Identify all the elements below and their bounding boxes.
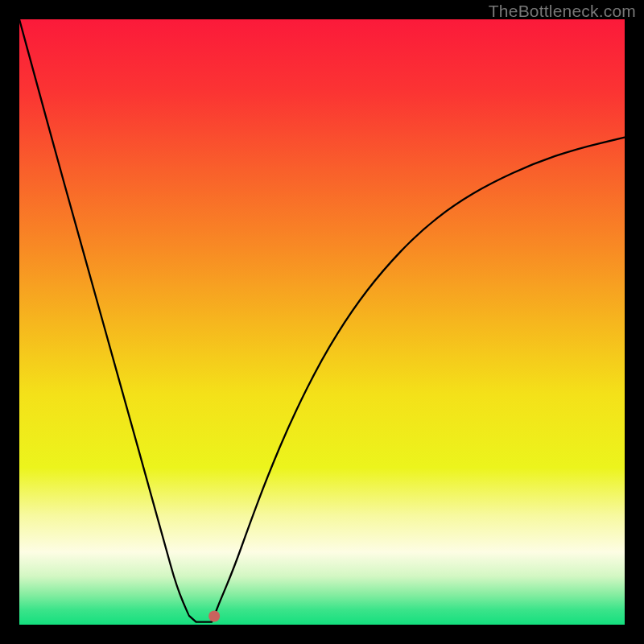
watermark-text: TheBottleneck.com	[489, 2, 636, 21]
bottleneck-chart	[19, 19, 625, 625]
optimal-point-marker	[208, 610, 220, 621]
chart-background	[19, 19, 625, 625]
